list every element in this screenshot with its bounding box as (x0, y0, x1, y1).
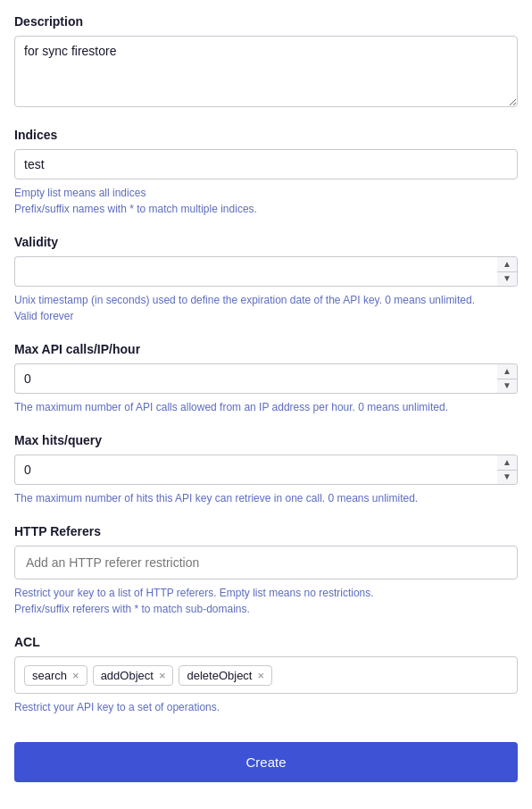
indices-hint: Empty list means all indices Prefix/suff… (14, 185, 518, 217)
max-hits-label: Max hits/query (14, 433, 518, 447)
acl-tag-remove-button[interactable]: × (257, 670, 264, 681)
description-label: Description (14, 14, 518, 29)
validity-label: Validity (14, 235, 518, 249)
acl-hint: Restrict your API key to a set of operat… (14, 699, 518, 715)
acl-tag: search× (24, 665, 87, 686)
max-api-calls-label: Max API calls/IP/hour (14, 342, 518, 356)
validity-hint: Unix timestamp (in seconds) used to defi… (14, 292, 518, 324)
max-hits-increment-button[interactable]: ▲ (497, 455, 517, 471)
max-api-calls-input[interactable] (14, 363, 497, 394)
max-api-calls-spinner-wrapper: ▲ ▼ (14, 363, 518, 394)
validity-increment-button[interactable]: ▲ (497, 257, 517, 272)
acl-tag: deleteObject× (179, 665, 272, 686)
validity-decrement-button[interactable]: ▼ (497, 272, 517, 287)
max-api-calls-section: Max API calls/IP/hour ▲ ▼ The maximum nu… (14, 342, 518, 415)
indices-input[interactable] (14, 149, 518, 179)
acl-tag-remove-button[interactable]: × (72, 670, 79, 681)
http-referer-input[interactable] (14, 546, 518, 580)
acl-label: ACL (14, 635, 518, 649)
max-hits-section: Max hits/query ▲ ▼ The maximum number of… (14, 433, 518, 506)
validity-spinner-wrapper: ▲ ▼ (14, 256, 518, 287)
acl-section: ACL search×addObject×deleteObject× Restr… (14, 635, 518, 715)
acl-tag-label: addObject (101, 669, 154, 682)
max-hits-hint: The maximum number of hits this API key … (14, 490, 518, 506)
acl-tag-label: search (32, 669, 67, 682)
max-hits-spinner-buttons: ▲ ▼ (497, 455, 518, 485)
max-api-calls-spinner-buttons: ▲ ▼ (497, 363, 518, 394)
max-hits-input[interactable] (14, 455, 497, 485)
description-section: Description (14, 14, 518, 110)
indices-section: Indices Empty list means all indices Pre… (14, 128, 518, 217)
indices-label: Indices (14, 128, 518, 142)
http-referers-label: HTTP Referers (14, 524, 518, 538)
http-referers-section: HTTP Referers Restrict your key to a lis… (14, 524, 518, 617)
validity-input[interactable] (14, 256, 497, 287)
http-referers-hint: Restrict your key to a list of HTTP refe… (14, 585, 518, 617)
create-button[interactable]: Create (14, 742, 518, 782)
max-api-calls-increment-button[interactable]: ▲ (497, 364, 517, 379)
description-textarea[interactable] (14, 36, 518, 107)
max-hits-spinner-wrapper: ▲ ▼ (14, 455, 518, 485)
max-api-calls-decrement-button[interactable]: ▼ (497, 379, 517, 394)
acl-tag: addObject× (93, 665, 174, 686)
validity-section: Validity ▲ ▼ Unix timestamp (in seconds)… (14, 235, 518, 324)
acl-tag-remove-button[interactable]: × (159, 670, 166, 681)
acl-tag-label: deleteObject (187, 669, 252, 682)
validity-spinner-buttons: ▲ ▼ (497, 256, 518, 287)
max-hits-decrement-button[interactable]: ▼ (497, 471, 517, 485)
max-api-calls-hint: The maximum number of API calls allowed … (14, 399, 518, 415)
acl-container: search×addObject×deleteObject× (14, 656, 518, 694)
